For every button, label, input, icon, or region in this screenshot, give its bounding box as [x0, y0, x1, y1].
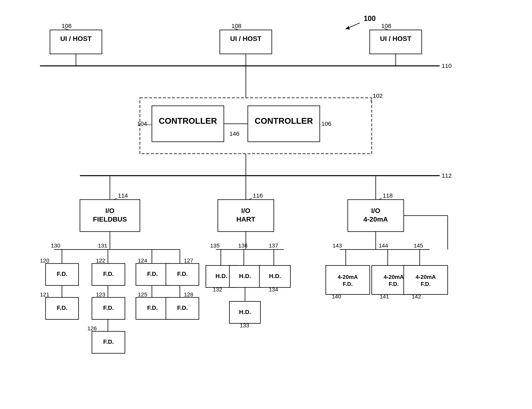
- ref-114: 114: [118, 192, 128, 199]
- io-4-20ma-label-2: 4-20mA: [363, 215, 388, 223]
- ref-110: 110: [442, 63, 452, 69]
- hd-134-label: H.D.: [269, 273, 281, 279]
- io-fieldbus-label-1: I/O: [105, 207, 114, 214]
- svg-marker-1: [345, 26, 350, 29]
- fd-127-label: F.D.: [177, 271, 188, 277]
- ref-142: 142: [412, 293, 421, 300]
- ref-104: 104: [137, 120, 147, 127]
- ref-137: 137: [269, 243, 278, 249]
- ref-108-2: 108: [231, 23, 241, 29]
- ref-133: 133: [240, 322, 249, 328]
- ref-108-1: 108: [62, 23, 72, 29]
- ref-102: 102: [373, 92, 383, 99]
- ref-121: 121: [40, 291, 49, 298]
- io-fieldbus-label-2: FIELDBUS: [93, 215, 127, 223]
- fd-121-label: F.D.: [57, 304, 67, 311]
- ref-144: 144: [379, 243, 388, 249]
- ref-106: 106: [321, 120, 331, 127]
- hd-133-label-1: H.D.: [239, 273, 251, 279]
- fd-122-label: F.D.: [103, 271, 114, 277]
- ref-126: 126: [87, 325, 97, 332]
- fd-126-label: F.D.: [103, 338, 114, 345]
- fd-128-label: F.D.: [177, 304, 188, 311]
- ref-136: 136: [238, 243, 248, 249]
- ui-host-1-label: UI / HOST: [60, 35, 92, 42]
- ref-100: 100: [364, 14, 376, 23]
- ref-124: 124: [138, 257, 147, 264]
- fd-140-label-2: F.D.: [343, 281, 353, 287]
- ref-135: 135: [210, 243, 220, 249]
- fd-124-label: F.D.: [147, 271, 158, 277]
- fd-140-label-1: 4-20mA: [338, 274, 358, 280]
- fd-142-label-1: 4-20mA: [416, 274, 436, 280]
- ref-125: 125: [138, 291, 147, 298]
- ref-130: 130: [51, 243, 60, 249]
- ref-112: 112: [442, 172, 452, 179]
- ui-host-3-label: UI / HOST: [380, 35, 411, 42]
- io-4-20ma-label-1: I/O: [371, 207, 380, 214]
- ref-145: 145: [414, 243, 423, 249]
- hd-132-label: H.D.: [215, 273, 228, 279]
- ref-128: 128: [184, 291, 193, 298]
- ref-108-3: 108: [381, 23, 391, 29]
- controller-2-label: CONTROLLER: [255, 116, 313, 126]
- ref-120: 120: [40, 257, 49, 264]
- ref-118: 118: [383, 192, 393, 199]
- ref-132: 132: [213, 286, 222, 293]
- ref-143: 143: [332, 243, 342, 249]
- io-hart-label-1: I/O: [241, 207, 250, 214]
- diagram-svg: 100 UI / HOST 108 UI / HOST 108 UI / HOS…: [0, 0, 532, 409]
- fd-123-label: F.D.: [103, 304, 114, 311]
- ref-116: 116: [253, 192, 263, 199]
- ref-134: 134: [269, 286, 278, 293]
- ref-122: 122: [96, 257, 105, 264]
- fd-141-label-1: 4-20mA: [383, 274, 404, 280]
- controller-1-label: CONTROLLER: [159, 116, 217, 126]
- fd-125-label: F.D.: [147, 304, 158, 311]
- ref-123: 123: [96, 291, 105, 298]
- io-hart-label-2: HART: [237, 215, 256, 223]
- ref-146: 146: [229, 130, 239, 137]
- ui-host-2-label: UI / HOST: [230, 35, 262, 42]
- hd-133b-label: H.D.: [239, 309, 251, 315]
- ref-131: 131: [98, 243, 107, 249]
- ref-140: 140: [332, 293, 341, 300]
- diagram: 100 UI / HOST 108 UI / HOST 108 UI / HOS…: [0, 0, 532, 409]
- fd-142-label-2: F.D.: [421, 281, 431, 287]
- fd-120-label: F.D.: [57, 271, 67, 277]
- fd-141-label-2: F.D.: [389, 281, 399, 287]
- ref-141: 141: [380, 293, 389, 300]
- ref-127: 127: [184, 257, 193, 264]
